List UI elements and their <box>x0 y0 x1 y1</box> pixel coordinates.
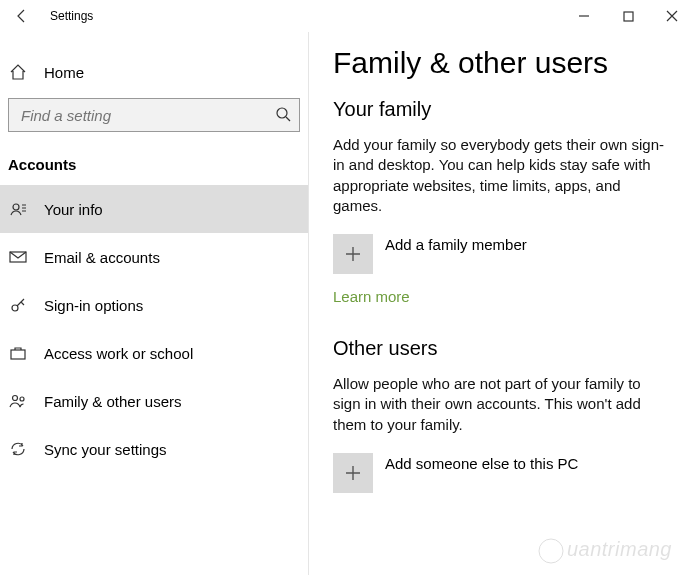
maximize-button[interactable] <box>606 0 650 32</box>
titlebar: Settings <box>0 0 694 32</box>
sidebar-item-label: Your info <box>44 201 103 218</box>
content-pane: Family & other users Your family Add you… <box>309 32 694 575</box>
back-button[interactable] <box>6 0 38 32</box>
sidebar-item-email-accounts[interactable]: Email & accounts <box>0 233 308 281</box>
sidebar-item-label: Family & other users <box>44 393 182 410</box>
section-heading-other-users: Other users <box>333 337 670 360</box>
svg-point-7 <box>20 397 24 401</box>
svg-point-2 <box>13 204 19 210</box>
search-icon <box>275 106 291 125</box>
sidebar-item-sign-in-options[interactable]: Sign-in options <box>0 281 308 329</box>
home-label: Home <box>44 64 84 81</box>
sync-icon <box>8 439 28 459</box>
sidebar-nav: Your info Email & accounts Sign-in optio… <box>0 185 308 473</box>
sidebar-item-label: Sync your settings <box>44 441 167 458</box>
close-icon <box>666 10 678 22</box>
add-family-member-label: Add a family member <box>385 236 527 253</box>
sidebar-item-label: Email & accounts <box>44 249 160 266</box>
search-box[interactable] <box>8 98 300 132</box>
mail-icon <box>8 247 28 267</box>
family-description: Add your family so everybody gets their … <box>333 135 670 216</box>
svg-rect-5 <box>11 350 25 359</box>
person-card-icon <box>8 199 28 219</box>
window-controls <box>562 0 694 32</box>
arrow-left-icon <box>14 8 30 24</box>
sidebar-section-label: Accounts <box>0 142 308 185</box>
sidebar-item-your-info[interactable]: Your info <box>0 185 308 233</box>
sidebar-item-access-work-school[interactable]: Access work or school <box>0 329 308 377</box>
sidebar: Home Accounts Your info <box>0 32 309 575</box>
add-other-user-button[interactable] <box>333 453 373 493</box>
key-icon <box>8 295 28 315</box>
people-icon <box>8 391 28 411</box>
briefcase-icon <box>8 343 28 363</box>
sidebar-item-sync-settings[interactable]: Sync your settings <box>0 425 308 473</box>
close-button[interactable] <box>650 0 694 32</box>
minimize-icon <box>578 10 590 22</box>
maximize-icon <box>623 11 634 22</box>
plus-icon <box>343 463 363 483</box>
sidebar-item-label: Sign-in options <box>44 297 143 314</box>
home-icon <box>8 62 28 82</box>
svg-rect-0 <box>624 12 633 21</box>
add-family-member-button[interactable] <box>333 234 373 274</box>
home-nav[interactable]: Home <box>0 52 308 92</box>
svg-point-6 <box>13 396 18 401</box>
learn-more-link[interactable]: Learn more <box>333 288 670 305</box>
plus-icon <box>343 244 363 264</box>
minimize-button[interactable] <box>562 0 606 32</box>
svg-point-1 <box>277 108 287 118</box>
page-title: Family & other users <box>333 46 670 80</box>
sidebar-item-family-other-users[interactable]: Family & other users <box>0 377 308 425</box>
other-users-description: Allow people who are not part of your fa… <box>333 374 670 435</box>
search-input[interactable] <box>21 107 275 124</box>
section-heading-family: Your family <box>333 98 670 121</box>
window-title: Settings <box>50 9 93 23</box>
sidebar-item-label: Access work or school <box>44 345 193 362</box>
add-other-user-label: Add someone else to this PC <box>385 455 578 472</box>
